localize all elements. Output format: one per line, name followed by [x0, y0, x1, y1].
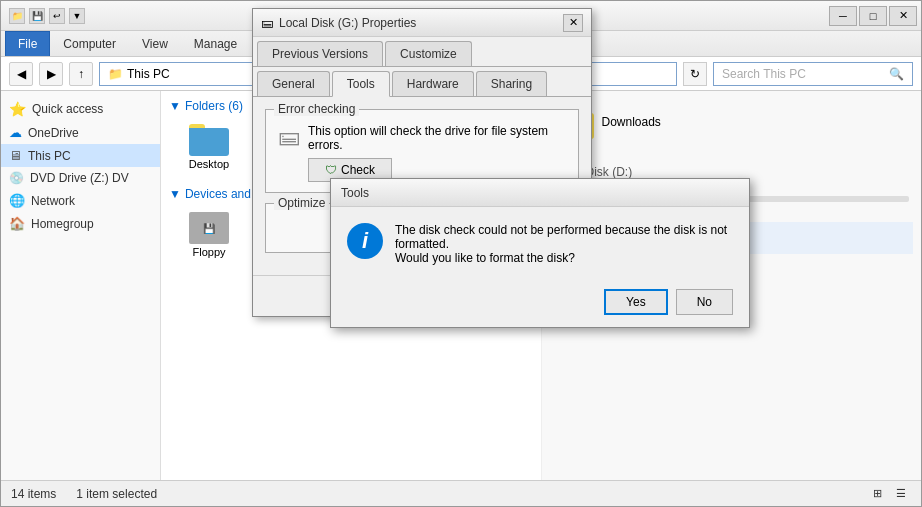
- view-grid-button[interactable]: ⊞: [867, 484, 887, 504]
- sidebar-label-homegroup: Homegroup: [31, 217, 94, 231]
- star-icon: ⭐: [9, 101, 26, 117]
- error-checking-inner: 🖴 This option will check the drive for f…: [278, 124, 566, 182]
- device-floppy[interactable]: 💾 Floppy: [169, 207, 249, 283]
- close-button[interactable]: ✕: [889, 6, 917, 26]
- minimize-button[interactable]: ─: [829, 6, 857, 26]
- yes-button[interactable]: Yes: [604, 289, 668, 315]
- sidebar-item-homegroup[interactable]: 🏠 Homegroup: [1, 212, 160, 235]
- props-title-bar: 🖴 Local Disk (G:) Properties ✕: [253, 9, 591, 37]
- search-icon: 🔍: [889, 67, 904, 81]
- search-box[interactable]: Search This PC 🔍: [713, 62, 913, 86]
- props-close-button[interactable]: ✕: [563, 14, 583, 32]
- props-tab-row-1: Previous Versions Customize: [253, 37, 591, 67]
- address-text: This PC: [127, 67, 170, 81]
- title-icon-4: ▼: [69, 8, 85, 24]
- sidebar-item-dvd[interactable]: 💿 DVD Drive (Z:) DV: [1, 167, 160, 189]
- error-checking-title: Error checking: [274, 102, 359, 116]
- forward-button[interactable]: ▶: [39, 62, 63, 86]
- optimize-title: Optimize: [274, 196, 329, 210]
- shield-icon: 🛡: [325, 163, 337, 177]
- view-controls: ⊞ ☰: [867, 484, 911, 504]
- hdd-small-icon: 🖴: [278, 124, 300, 150]
- folder-desktop[interactable]: Desktop: [169, 119, 249, 175]
- tab-hardware[interactable]: Hardware: [392, 71, 474, 96]
- status-bar: 14 items 1 item selected ⊞ ☰: [1, 480, 921, 506]
- check-btn-label: Check: [341, 163, 375, 177]
- tab-customize[interactable]: Customize: [385, 41, 472, 66]
- downloads-item[interactable]: ↓ Downloads: [550, 99, 914, 145]
- tab-sharing[interactable]: Sharing: [476, 71, 547, 96]
- tools-message-line1: The disk check could not be performed be…: [395, 223, 733, 251]
- tab-previous-versions[interactable]: Previous Versions: [257, 41, 383, 66]
- maximize-button[interactable]: □: [859, 6, 887, 26]
- floppy-icon: 💾: [189, 212, 229, 244]
- error-description: This option will check the drive for fil…: [308, 124, 566, 152]
- pc-icon: 🖥: [9, 148, 22, 163]
- up-button[interactable]: ↑: [69, 62, 93, 86]
- sidebar-label-quick-access: Quick access: [32, 102, 103, 116]
- no-button[interactable]: No: [676, 289, 733, 315]
- props-tab-bar: Previous Versions Customize General Tool…: [253, 37, 591, 97]
- folder-icon-desktop: [189, 124, 229, 156]
- folders-label: Folders (6): [185, 99, 243, 113]
- tools-dialog: Tools i The disk check could not be perf…: [330, 178, 750, 328]
- sidebar-item-onedrive[interactable]: ☁ OneDrive: [1, 121, 160, 144]
- search-text: Search This PC: [722, 67, 885, 81]
- title-icon-1: 📁: [9, 8, 25, 24]
- tab-general[interactable]: General: [257, 71, 330, 96]
- window-controls: ─ □ ✕: [829, 6, 917, 26]
- devices-label: Devices and: [185, 187, 251, 201]
- home-icon: 🏠: [9, 216, 25, 231]
- tab-manage[interactable]: Manage: [181, 31, 250, 56]
- props-title-icon: 🖴: [261, 16, 273, 30]
- props-tab-row-2: General Tools Hardware Sharing: [253, 67, 591, 97]
- collapse-icon: ▼: [169, 99, 181, 113]
- tools-title-bar: Tools: [331, 179, 749, 207]
- sidebar-label-dvd: DVD Drive (Z:) DV: [30, 171, 129, 185]
- title-bar-icons: 📁 💾 ↩ ▼: [9, 8, 85, 24]
- refresh-button[interactable]: ↻: [683, 62, 707, 86]
- tab-file[interactable]: File: [5, 31, 50, 56]
- dvd-icon: 💿: [9, 171, 24, 185]
- folder-label-desktop: Desktop: [189, 158, 229, 170]
- tools-title-text: Tools: [341, 186, 369, 200]
- error-checking-content: This option will check the drive for fil…: [308, 124, 566, 182]
- downloads-label: Downloads: [602, 115, 661, 129]
- tools-message-line2: Would you like to format the disk?: [395, 251, 733, 265]
- tab-view[interactable]: View: [129, 31, 181, 56]
- sidebar: ⭐ Quick access ☁ OneDrive 🖥 This PC 💿 DV…: [1, 91, 161, 480]
- status-selected: 1 item selected: [76, 487, 157, 501]
- sidebar-item-this-pc[interactable]: 🖥 This PC: [1, 144, 160, 167]
- view-list-button[interactable]: ☰: [891, 484, 911, 504]
- tools-footer: Yes No: [331, 281, 749, 327]
- tab-tools[interactable]: Tools: [332, 71, 390, 97]
- sidebar-label-network: Network: [31, 194, 75, 208]
- tools-message-container: The disk check could not be performed be…: [395, 223, 733, 265]
- props-title-text: Local Disk (G:) Properties: [279, 16, 563, 30]
- tab-computer[interactable]: Computer: [50, 31, 129, 56]
- device-label-floppy: Floppy: [192, 246, 225, 258]
- title-icon-3: ↩: [49, 8, 65, 24]
- network-icon: 🌐: [9, 193, 25, 208]
- cloud-icon: ☁: [9, 125, 22, 140]
- info-icon: i: [347, 223, 383, 259]
- sidebar-label-onedrive: OneDrive: [28, 126, 79, 140]
- status-items: 14 items: [11, 487, 56, 501]
- tools-body: i The disk check could not be performed …: [331, 207, 749, 281]
- sidebar-item-quick-access[interactable]: ⭐ Quick access: [1, 97, 160, 121]
- devices-collapse-icon: ▼: [169, 187, 181, 201]
- sidebar-label-this-pc: This PC: [28, 149, 71, 163]
- back-button[interactable]: ◀: [9, 62, 33, 86]
- title-icon-2: 💾: [29, 8, 45, 24]
- sidebar-item-network[interactable]: 🌐 Network: [1, 189, 160, 212]
